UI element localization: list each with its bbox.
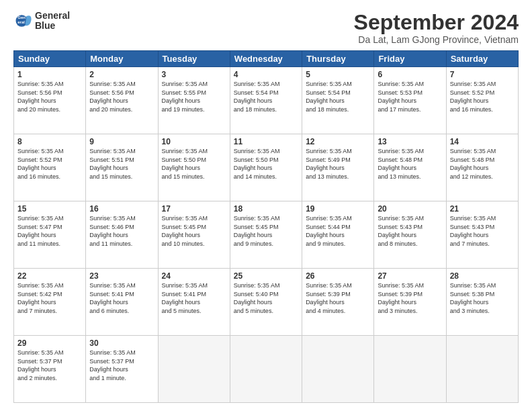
- day-number: 26: [306, 271, 370, 281]
- table-row: 20 Sunrise: 5:35 AMSunset: 5:43 PMDaylig…: [374, 201, 446, 269]
- table-row: 29 Sunrise: 5:35 AMSunset: 5:37 PMDaylig…: [14, 336, 86, 403]
- table-row: 28 Sunrise: 5:35 AMSunset: 5:38 PMDaylig…: [446, 269, 518, 336]
- logo-line2: Blue: [35, 21, 70, 31]
- table-row: 23 Sunrise: 5:35 AMSunset: 5:41 PMDaylig…: [86, 269, 158, 336]
- table-row: [230, 336, 302, 403]
- day-info: Sunrise: 5:35 AMSunset: 5:53 PMDaylight …: [378, 80, 442, 113]
- table-row: 11 Sunrise: 5:35 AMSunset: 5:50 PMDaylig…: [230, 134, 302, 201]
- day-number: 27: [378, 271, 442, 281]
- logo: Gen eral General Blue: [13, 11, 70, 32]
- day-number: 14: [450, 137, 515, 146]
- day-number: 1: [17, 70, 82, 79]
- day-number: 5: [306, 70, 370, 79]
- svg-text:Gen: Gen: [17, 15, 26, 20]
- day-info: Sunrise: 5:35 AMSunset: 5:39 PMDaylight …: [378, 281, 442, 315]
- day-info: Sunrise: 5:35 AMSunset: 5:54 PMDaylight …: [306, 80, 370, 113]
- header: Gen eral General Blue September 2024 Da …: [13, 11, 519, 45]
- page: Gen eral General Blue September 2024 Da …: [0, 0, 532, 411]
- day-number: 15: [17, 204, 82, 214]
- day-number: 8: [17, 137, 82, 146]
- table-row: 2 Sunrise: 5:35 AMSunset: 5:56 PMDayligh…: [86, 67, 158, 134]
- day-info: Sunrise: 5:35 AMSunset: 5:51 PMDaylight …: [89, 147, 154, 181]
- day-info: Sunrise: 5:35 AMSunset: 5:48 PMDaylight …: [450, 147, 515, 181]
- day-info: Sunrise: 5:35 AMSunset: 5:56 PMDaylight …: [17, 80, 82, 113]
- day-info: Sunrise: 5:35 AMSunset: 5:40 PMDaylight …: [234, 281, 298, 315]
- table-row: 17 Sunrise: 5:35 AMSunset: 5:45 PMDaylig…: [158, 201, 230, 269]
- day-number: 29: [17, 338, 82, 348]
- table-row: 15 Sunrise: 5:35 AMSunset: 5:47 PMDaylig…: [14, 201, 86, 269]
- title-block: September 2024 Da Lat, Lam GJong Provinc…: [354, 11, 519, 45]
- logo-icon: Gen eral: [13, 11, 32, 30]
- day-info: Sunrise: 5:35 AMSunset: 5:49 PMDaylight …: [306, 147, 370, 181]
- col-monday: Monday: [86, 51, 158, 67]
- day-number: 18: [234, 204, 298, 214]
- calendar-header-row: Sunday Monday Tuesday Wednesday Thursday…: [14, 51, 519, 67]
- main-title: September 2024: [354, 11, 519, 34]
- day-number: 20: [378, 204, 442, 214]
- day-number: 28: [450, 271, 515, 281]
- table-row: [374, 336, 446, 403]
- day-info: Sunrise: 5:35 AMSunset: 5:46 PMDaylight …: [89, 214, 154, 248]
- table-row: 24 Sunrise: 5:35 AMSunset: 5:41 PMDaylig…: [158, 269, 230, 336]
- day-number: 9: [89, 137, 154, 146]
- day-info: Sunrise: 5:35 AMSunset: 5:41 PMDaylight …: [89, 281, 154, 315]
- table-row: 19 Sunrise: 5:35 AMSunset: 5:44 PMDaylig…: [302, 201, 374, 269]
- day-number: 25: [234, 271, 298, 281]
- day-info: Sunrise: 5:35 AMSunset: 5:37 PMDaylight …: [17, 349, 82, 382]
- col-tuesday: Tuesday: [158, 51, 230, 67]
- day-number: 21: [450, 204, 515, 214]
- table-row: 27 Sunrise: 5:35 AMSunset: 5:39 PMDaylig…: [374, 269, 446, 336]
- day-info: Sunrise: 5:35 AMSunset: 5:44 PMDaylight …: [306, 214, 370, 248]
- day-number: 4: [234, 70, 298, 79]
- day-number: 24: [162, 271, 226, 281]
- table-row: 5 Sunrise: 5:35 AMSunset: 5:54 PMDayligh…: [302, 67, 374, 134]
- day-info: Sunrise: 5:35 AMSunset: 5:54 PMDaylight …: [234, 80, 298, 113]
- day-info: Sunrise: 5:35 AMSunset: 5:56 PMDaylight …: [89, 80, 154, 113]
- table-row: 22 Sunrise: 5:35 AMSunset: 5:42 PMDaylig…: [14, 269, 86, 336]
- day-info: Sunrise: 5:35 AMSunset: 5:52 PMDaylight …: [17, 147, 82, 181]
- table-row: 3 Sunrise: 5:35 AMSunset: 5:55 PMDayligh…: [158, 67, 230, 134]
- calendar: Sunday Monday Tuesday Wednesday Thursday…: [13, 50, 519, 403]
- table-row: 1 Sunrise: 5:35 AMSunset: 5:56 PMDayligh…: [14, 67, 86, 134]
- day-info: Sunrise: 5:35 AMSunset: 5:38 PMDaylight …: [450, 281, 515, 315]
- sub-title: Da Lat, Lam GJong Province, Vietnam: [354, 34, 519, 45]
- day-number: 10: [162, 137, 226, 146]
- table-row: 25 Sunrise: 5:35 AMSunset: 5:40 PMDaylig…: [230, 269, 302, 336]
- day-info: Sunrise: 5:35 AMSunset: 5:39 PMDaylight …: [306, 281, 370, 315]
- day-info: Sunrise: 5:35 AMSunset: 5:48 PMDaylight …: [378, 147, 442, 181]
- col-thursday: Thursday: [302, 51, 374, 67]
- day-number: 19: [306, 204, 370, 214]
- day-info: Sunrise: 5:35 AMSunset: 5:43 PMDaylight …: [450, 214, 515, 248]
- day-info: Sunrise: 5:35 AMSunset: 5:52 PMDaylight …: [450, 80, 515, 113]
- table-row: 7 Sunrise: 5:35 AMSunset: 5:52 PMDayligh…: [446, 67, 518, 134]
- day-info: Sunrise: 5:35 AMSunset: 5:41 PMDaylight …: [162, 281, 226, 315]
- day-number: 7: [450, 70, 515, 79]
- table-row: [446, 336, 518, 403]
- calendar-row: 15 Sunrise: 5:35 AMSunset: 5:47 PMDaylig…: [14, 201, 519, 269]
- day-info: Sunrise: 5:35 AMSunset: 5:47 PMDaylight …: [17, 214, 82, 248]
- day-info: Sunrise: 5:35 AMSunset: 5:45 PMDaylight …: [234, 214, 298, 248]
- logo-text: General Blue: [35, 11, 70, 32]
- day-info: Sunrise: 5:35 AMSunset: 5:45 PMDaylight …: [162, 214, 226, 248]
- col-saturday: Saturday: [446, 51, 518, 67]
- day-info: Sunrise: 5:35 AMSunset: 5:50 PMDaylight …: [162, 147, 226, 181]
- table-row: 18 Sunrise: 5:35 AMSunset: 5:45 PMDaylig…: [230, 201, 302, 269]
- day-info: Sunrise: 5:35 AMSunset: 5:42 PMDaylight …: [17, 281, 82, 315]
- calendar-row: 8 Sunrise: 5:35 AMSunset: 5:52 PMDayligh…: [14, 134, 519, 201]
- col-friday: Friday: [374, 51, 446, 67]
- table-row: 8 Sunrise: 5:35 AMSunset: 5:52 PMDayligh…: [14, 134, 86, 201]
- table-row: 13 Sunrise: 5:35 AMSunset: 5:48 PMDaylig…: [374, 134, 446, 201]
- day-info: Sunrise: 5:35 AMSunset: 5:37 PMDaylight …: [89, 349, 154, 382]
- table-row: 6 Sunrise: 5:35 AMSunset: 5:53 PMDayligh…: [374, 67, 446, 134]
- day-number: 12: [306, 137, 370, 146]
- calendar-row: 1 Sunrise: 5:35 AMSunset: 5:56 PMDayligh…: [14, 67, 519, 134]
- calendar-row: 22 Sunrise: 5:35 AMSunset: 5:42 PMDaylig…: [14, 269, 519, 336]
- day-number: 23: [89, 271, 154, 281]
- day-number: 13: [378, 137, 442, 146]
- table-row: 30 Sunrise: 5:35 AMSunset: 5:37 PMDaylig…: [86, 336, 158, 403]
- table-row: 21 Sunrise: 5:35 AMSunset: 5:43 PMDaylig…: [446, 201, 518, 269]
- svg-text:eral: eral: [17, 20, 25, 25]
- day-number: 3: [162, 70, 226, 79]
- day-number: 30: [89, 338, 154, 348]
- table-row: 14 Sunrise: 5:35 AMSunset: 5:48 PMDaylig…: [446, 134, 518, 201]
